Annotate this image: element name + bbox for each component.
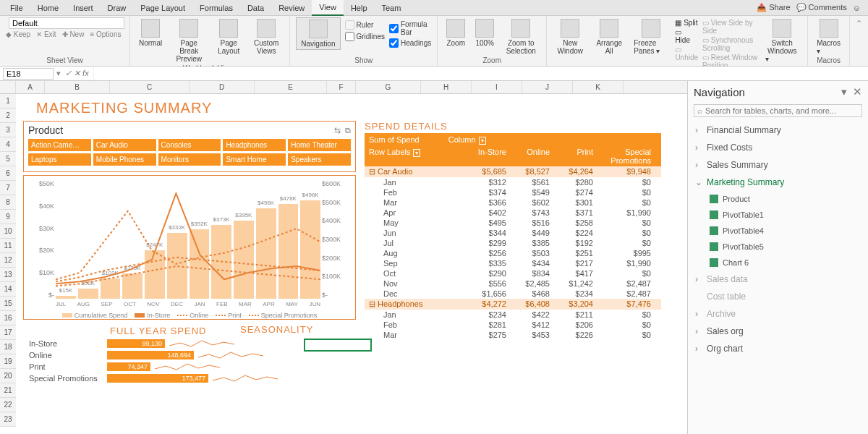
sheetview-dropdown[interactable] bbox=[9, 17, 124, 29]
zoom100-button[interactable]: 100% bbox=[472, 17, 497, 48]
slicer-item[interactable]: Monitors bbox=[158, 153, 221, 166]
nav-item[interactable]: ⌄Marketing Summary bbox=[688, 174, 868, 191]
column-headers[interactable]: ABCDEFGHIJK bbox=[0, 81, 687, 94]
tab-help[interactable]: Help bbox=[344, 1, 375, 15]
macros-button[interactable]: Macros ▾ bbox=[814, 17, 843, 56]
freeze-panes-button[interactable]: Freeze Panes ▾ bbox=[631, 17, 671, 56]
nav-item[interactable]: ›Sales org bbox=[688, 323, 868, 340]
pivot-table[interactable]: SPEND DETAILS Sum of Spend Column▾ Row L… bbox=[365, 121, 661, 384]
tab-team[interactable]: Team bbox=[375, 1, 409, 15]
pivot-row[interactable]: May$495$516$258$0 bbox=[365, 218, 661, 228]
nav-item[interactable]: Cost table bbox=[688, 288, 868, 305]
share-button[interactable]: 📤 Share bbox=[757, 3, 790, 12]
pivot-row[interactable]: Aug$256$503$251$995 bbox=[365, 248, 661, 258]
pivot-row[interactable]: Jun$344$449$224$0 bbox=[365, 228, 661, 238]
nav-item[interactable]: ›Sales data bbox=[688, 271, 868, 288]
row-labels-dropdown[interactable]: Row Labels▾ bbox=[369, 148, 463, 165]
tab-home[interactable]: Home bbox=[30, 1, 66, 15]
pivot-row[interactable]: Nov$556$2,485$1,242$2,487 bbox=[365, 278, 661, 289]
normal-view-button[interactable]: Normal bbox=[136, 17, 165, 48]
zoom-button[interactable]: Zoom bbox=[443, 17, 468, 48]
tab-insert[interactable]: Insert bbox=[66, 1, 101, 15]
nav-subitem[interactable]: PivotTable1 bbox=[688, 207, 868, 223]
tab-formulas[interactable]: Formulas bbox=[192, 1, 240, 15]
product-slicer[interactable]: Product ⇆⧉ Action Came…Car AudioConsoles… bbox=[23, 121, 356, 172]
tab-view[interactable]: View bbox=[312, 0, 344, 16]
row-headers[interactable]: 1234567891011121314151617181920212223 bbox=[0, 94, 16, 427]
active-cell-outline bbox=[304, 339, 372, 352]
formula-input[interactable] bbox=[93, 67, 868, 80]
pivot-row[interactable]: Oct$290$834$417$0 bbox=[365, 268, 661, 278]
new-window-button[interactable]: New Window bbox=[553, 17, 587, 56]
navigation-button[interactable]: Navigation bbox=[296, 17, 340, 50]
tab-file[interactable]: File bbox=[3, 1, 30, 15]
pagebreak-button[interactable]: Page Break Preview bbox=[169, 17, 208, 64]
nav-search[interactable]: ⌕ bbox=[694, 104, 862, 117]
nav-item[interactable]: ›Archive bbox=[688, 305, 868, 323]
formulabar-checkbox[interactable]: Formula Bar bbox=[389, 20, 431, 36]
pivot-row[interactable]: Dec$1,656$468$234$2,487 bbox=[365, 289, 661, 299]
slicer-item[interactable]: Laptops bbox=[28, 153, 91, 166]
switch-windows-button[interactable]: Switch Windows ▾ bbox=[762, 17, 801, 64]
clear-filter-icon[interactable]: ⧉ bbox=[345, 126, 351, 135]
slicer-item[interactable]: Consoles bbox=[158, 139, 221, 151]
worksheet[interactable]: ABCDEFGHIJK 1234567891011121314151617181… bbox=[0, 81, 687, 434]
slicer-item[interactable]: Car Audio bbox=[93, 139, 156, 151]
pivot-row[interactable]: Feb$374$549$274$0 bbox=[365, 187, 661, 197]
tab-page-layout[interactable]: Page Layout bbox=[133, 1, 192, 15]
pivot-row[interactable]: Jan$312$561$280$0 bbox=[365, 177, 661, 187]
slicer-item[interactable]: Headphones bbox=[223, 139, 286, 151]
unhide-button[interactable]: ▭ Unhide bbox=[675, 46, 698, 61]
nav-subitem[interactable]: PivotTable4 bbox=[688, 223, 868, 239]
nav-item[interactable]: ›Sales Summary bbox=[688, 156, 868, 174]
slicer-item[interactable]: Home Theater bbox=[288, 139, 351, 151]
tab-data[interactable]: Data bbox=[240, 1, 271, 15]
nav-item[interactable]: ›Financial Summary bbox=[688, 122, 868, 139]
name-box[interactable] bbox=[3, 68, 54, 80]
combo-chart[interactable]: $50K$40K$30K$20K$10K$- $600K$500K$400K$3… bbox=[23, 175, 356, 320]
slicer-item[interactable]: Speakers bbox=[288, 153, 351, 166]
fys-bar: 99,130 bbox=[107, 339, 165, 348]
tab-draw[interactable]: Draw bbox=[101, 1, 134, 15]
new-button[interactable]: ✚ New bbox=[62, 30, 85, 38]
customviews-button[interactable]: Custom Views bbox=[249, 17, 284, 56]
nav-subitem[interactable]: Product bbox=[688, 191, 868, 207]
zoom-selection-button[interactable]: Zoom to Selection bbox=[501, 17, 540, 56]
pivot-row[interactable]: ⊟ Car Audio$5,685$8,527$4,264$9,948 bbox=[365, 166, 661, 177]
pivot-row[interactable]: Feb$281$412$206$0 bbox=[365, 320, 661, 330]
pivot-row[interactable]: Jul$299$385$192$0 bbox=[365, 238, 661, 248]
multiselect-icon[interactable]: ⇆ bbox=[334, 126, 341, 135]
split-button[interactable]: ▦ Split bbox=[675, 19, 698, 27]
slicer-item[interactable]: Action Came… bbox=[28, 139, 91, 151]
slicer-item[interactable]: Smart Home bbox=[223, 153, 286, 166]
column-dropdown[interactable]: Column▾ bbox=[448, 135, 486, 144]
hide-button[interactable]: ▭ Hide bbox=[675, 28, 698, 44]
gridlines-checkbox[interactable]: Gridlines bbox=[345, 32, 385, 41]
smiley-icon[interactable]: ☺ bbox=[853, 4, 861, 12]
nav-item[interactable]: ›Org chart bbox=[688, 340, 868, 357]
nav-search-input[interactable] bbox=[705, 106, 859, 115]
nav-subitem[interactable]: Chart 6 bbox=[688, 255, 868, 271]
navpane-close-icon[interactable]: ✕ bbox=[853, 85, 862, 98]
exit-button[interactable]: ✕ Exit bbox=[36, 30, 56, 38]
pivot-row[interactable]: Mar$366$602$301$0 bbox=[365, 197, 661, 208]
nav-subitem[interactable]: PivotTable5 bbox=[688, 239, 868, 255]
pagelayout-button[interactable]: Page Layout bbox=[213, 17, 244, 56]
tab-review[interactable]: Review bbox=[271, 1, 312, 15]
navpane-menu-icon[interactable]: ▾ bbox=[841, 85, 847, 98]
pivot-row[interactable]: Jan$234$422$211$0 bbox=[365, 310, 661, 320]
pivot-row[interactable]: Mar$275$453$226$0 bbox=[365, 330, 661, 340]
arrange-all-button[interactable]: Arrange All bbox=[592, 17, 626, 56]
comments-button[interactable]: 💬 Comments bbox=[796, 3, 847, 12]
options-button[interactable]: ≡ Options bbox=[90, 30, 121, 38]
nav-item[interactable]: ›Fixed Costs bbox=[688, 139, 868, 156]
keep-button[interactable]: ◆ Keep bbox=[6, 30, 30, 38]
ruler-checkbox[interactable]: Ruler bbox=[345, 20, 385, 30]
slicer-item[interactable]: Mobile Phones bbox=[93, 153, 156, 166]
pivot-row[interactable]: Sep$335$434$217$1,990 bbox=[365, 258, 661, 268]
pivot-row[interactable]: ⊟ Headphones$4,272$6,408$3,204$7,476 bbox=[365, 299, 661, 310]
headings-checkbox[interactable]: Headings bbox=[389, 38, 431, 48]
pivot-row[interactable]: Apr$402$743$371$1,990 bbox=[365, 208, 661, 218]
fx-icon[interactable]: ✓ ✕ fx bbox=[61, 69, 93, 78]
collapse-ribbon-icon[interactable]: ⌃ bbox=[850, 16, 868, 66]
